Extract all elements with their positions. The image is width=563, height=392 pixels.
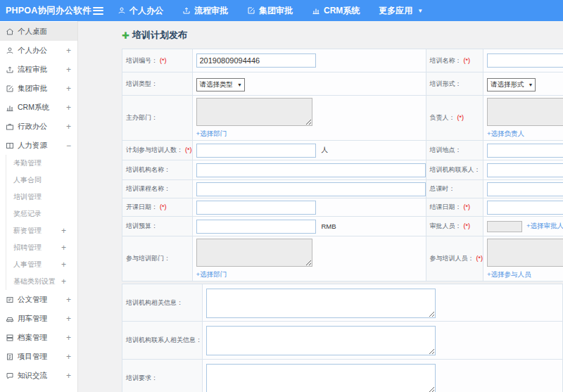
sidebar-item-desktop[interactable]: 个人桌面	[0, 22, 77, 41]
sidebar-item-attendance-mgmt[interactable]: 考勤管理	[6, 155, 77, 172]
training-form-select[interactable]: 请选择形式▼	[487, 78, 536, 91]
sidebar-item-group-approval[interactable]: 集团审批 +	[0, 79, 77, 98]
participate-dept-textarea[interactable]	[196, 239, 312, 267]
expand-icon[interactable]: +	[66, 46, 71, 55]
budget-input[interactable]	[196, 220, 316, 234]
form-row: 开课日期：(*) 结课日期：(*)	[122, 198, 563, 217]
sidebar-item-crm[interactable]: CRM系统 +	[0, 98, 77, 117]
org-contact-label: 培训机构联系人：	[426, 160, 483, 180]
expand-icon[interactable]: +	[66, 353, 71, 361]
training-type-select[interactable]: 请选择类型▼	[196, 78, 245, 91]
form-row: 培训编号：(*) 培训名称：(*)	[122, 49, 563, 72]
sidebar-item-personnel-mgmt[interactable]: 人事管理 +	[6, 256, 77, 273]
end-date-input[interactable]	[487, 201, 563, 215]
planned-participants-input[interactable]	[196, 144, 316, 158]
sidebar-item-reward-punish[interactable]: 奖惩记录	[6, 206, 77, 222]
sidebar-item-hr[interactable]: 人力资源 −	[0, 136, 77, 155]
select-dept-link[interactable]: +选择部门	[196, 270, 227, 279]
hamburger-menu-icon[interactable]	[93, 5, 103, 16]
training-no-input[interactable]	[196, 53, 316, 68]
approver-label: 审批人员：(*)	[426, 217, 483, 236]
sidebar-item-doc-mgmt[interactable]: 公文管理 +	[0, 290, 77, 309]
training-require-textarea[interactable]	[206, 364, 436, 392]
form-row: 培训机构联系人相关信息：	[122, 322, 563, 360]
expand-icon[interactable]: +	[66, 84, 71, 93]
home-icon	[6, 27, 14, 36]
expand-icon[interactable]: +	[66, 315, 71, 323]
leader-label: 负责人：(*)	[426, 96, 483, 141]
project-icon	[6, 353, 14, 361]
expand-icon[interactable]: +	[66, 296, 71, 304]
select-dept-link[interactable]: +选择部门	[196, 129, 227, 139]
form-row: 培训机构名称： 培训机构联系人：	[122, 160, 563, 180]
training-form-table-bottom: 培训机构相关信息： 培训机构联系人相关信息： 培训要求： 附件文档： +附件上传	[122, 284, 563, 392]
expand-icon[interactable]: +	[66, 372, 71, 380]
collapse-icon[interactable]: −	[66, 141, 71, 150]
edit-icon	[6, 84, 14, 93]
nav-more-apps[interactable]: 更多应用 ▼	[379, 5, 423, 17]
org-name-input[interactable]	[196, 163, 426, 177]
main-content: ✚ 培训计划发布 培训编号：(*) 培训名称：(*) 培训类型： 请选择类型▼ …	[78, 21, 563, 392]
chart-icon	[312, 6, 320, 15]
expand-icon[interactable]: +	[66, 334, 71, 342]
expand-icon[interactable]: +	[61, 260, 66, 269]
currency-rmb-label: RMB	[322, 222, 336, 230]
sidebar-item-project-mgmt[interactable]: 项目管理 +	[0, 347, 77, 366]
budget-label: 培训预算：	[122, 217, 193, 236]
car-icon	[6, 315, 14, 323]
expand-icon[interactable]: +	[61, 277, 66, 286]
sidebar-item-personal-office[interactable]: 个人办公 +	[0, 41, 77, 60]
hr-card-icon	[6, 141, 14, 150]
start-date-input[interactable]	[196, 201, 316, 215]
form-row: 培训预算： RMB 审批人员：(*) +选择审批人员	[122, 217, 563, 236]
select-approver-link[interactable]: +选择审批人员	[526, 222, 563, 231]
hr-submenu: 考勤管理 人事合同 培训管理 奖惩记录 薪资管理 + 招聘管理 + 人事管理 +…	[6, 155, 77, 290]
sidebar-item-base-category-settings[interactable]: 基础类别设置 +	[6, 273, 77, 290]
course-name-input[interactable]	[196, 182, 426, 196]
sidebar-item-vehicle-mgmt[interactable]: 用车管理 +	[0, 309, 77, 328]
training-place-input[interactable]	[487, 144, 563, 158]
leader-textarea[interactable]	[487, 98, 563, 126]
unit-person-label: 人	[322, 146, 329, 155]
org-name-label: 培训机构名称：	[122, 160, 193, 180]
nav-label: CRM系统	[324, 5, 360, 17]
nav-label: 流程审批	[194, 5, 228, 17]
sidebar-item-admin-office[interactable]: 行政办公 +	[0, 117, 77, 136]
sidebar-item-training-mgmt[interactable]: 培训管理	[6, 189, 77, 206]
flow-icon	[182, 6, 191, 15]
nav-crm[interactable]: CRM系统	[312, 5, 360, 17]
form-row: 计划参与培训人数：(*) 人 培训地点：	[122, 141, 563, 160]
sidebar-item-hr-contract[interactable]: 人事合同	[6, 172, 77, 189]
participate-person-label: 参与培训人员：(*)	[426, 236, 483, 282]
expand-icon[interactable]: +	[61, 227, 66, 235]
select-leader-link[interactable]: +选择负责人	[487, 129, 524, 139]
expand-icon[interactable]: +	[66, 103, 71, 112]
sidebar-item-salary-mgmt[interactable]: 薪资管理 +	[6, 222, 77, 239]
total-hours-input[interactable]	[487, 182, 563, 196]
caret-down-icon: ▼	[417, 8, 423, 14]
host-dept-textarea[interactable]	[196, 98, 312, 126]
expand-icon[interactable]: +	[61, 244, 66, 252]
sidebar-item-recruit-mgmt[interactable]: 招聘管理 +	[6, 239, 77, 256]
participate-person-textarea[interactable]	[487, 239, 563, 267]
sidebar-item-archive-mgmt[interactable]: 档案管理 +	[0, 328, 77, 347]
nav-personal-office[interactable]: 个人办公	[118, 5, 163, 17]
form-row: 主办部门： +选择部门 负责人：(*) +选择负责人	[122, 96, 563, 141]
approver-input[interactable]	[487, 221, 522, 232]
org-contact-input[interactable]	[487, 163, 563, 177]
training-name-input[interactable]	[487, 53, 563, 68]
sidebar-item-workflow-approval[interactable]: 流程审批 +	[0, 60, 77, 79]
end-date-label: 结课日期：(*)	[426, 198, 483, 217]
select-participants-link[interactable]: +选择参与人员	[487, 270, 531, 279]
nav-workflow-approval[interactable]: 流程审批	[182, 5, 228, 17]
expand-icon[interactable]: +	[66, 65, 71, 74]
org-contact-info-textarea[interactable]	[206, 326, 436, 355]
sidebar-item-knowledge-exchange[interactable]: 知识交流 +	[0, 366, 77, 385]
nav-group-approval[interactable]: 集团审批	[247, 5, 293, 17]
caret-down-icon: ▼	[529, 82, 533, 87]
participate-dept-label: 参与培训部门：	[122, 236, 193, 282]
expand-icon[interactable]: +	[66, 122, 71, 131]
host-dept-label: 主办部门：	[122, 96, 193, 141]
doc-icon	[6, 296, 14, 304]
org-info-textarea[interactable]	[206, 289, 436, 318]
